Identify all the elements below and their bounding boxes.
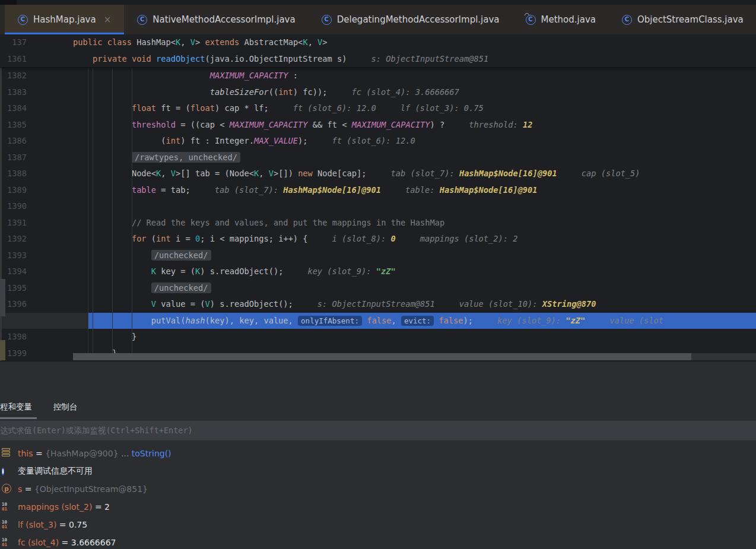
horizontal-scrollbar-thumb[interactable]: [73, 353, 691, 360]
variable-row[interactable]: ps = {ObjectInputStream@851}: [0, 480, 756, 498]
code-token: ((: [269, 87, 278, 97]
variable-value: {HashMap@900}: [45, 449, 118, 458]
code-token: ,: [308, 37, 317, 47]
code-line-1385: 1385 threshold = ((cap < MAXIMUM_CAPACIT…: [0, 117, 756, 134]
left-scroll-indicator[interactable]: [0, 279, 5, 316]
line-number[interactable]: 1394: [0, 264, 27, 280]
tostring-link[interactable]: toString(): [132, 449, 171, 458]
line-number[interactable]: 1384: [0, 100, 27, 117]
code-token: (: [147, 234, 156, 243]
code-token: ) fc));: [293, 87, 328, 97]
variable-row[interactable]: i变量调试信息不可用: [0, 462, 756, 480]
variable-value: = 3.6666667: [59, 538, 116, 547]
variable-value: =: [33, 449, 46, 458]
code-line-1392: 1392 for (int i = 0; i < mappings; i++) …: [0, 231, 756, 247]
folded-region[interactable]: /rawtypes, unchecked/: [132, 152, 240, 163]
code-token: MAXIMUM_CAPACITY: [230, 120, 308, 129]
code-token: private void: [93, 54, 156, 64]
code-text: K key = (K) s.readObject();key (slot_9):…: [73, 264, 396, 280]
gutter-border: [88, 68, 88, 353]
window-corner: [0, 0, 17, 5]
code-token: );: [463, 316, 472, 325]
variable-name: mappings (slot_2): [18, 502, 92, 512]
variable-name: fc (slot_4): [18, 538, 59, 547]
code-token: 0: [390, 234, 395, 243]
code-text: /unchecked/: [73, 247, 211, 264]
tab-objectstreamclass-java[interactable]: CObjectStreamClass.java: [609, 5, 756, 34]
tab-delegatingmethodaccessorimpl-java[interactable]: CDelegatingMethodAccessorImpl.java: [309, 5, 513, 34]
code-token: );: [298, 136, 307, 145]
line-number[interactable]: 1390: [0, 198, 27, 215]
code-text: }: [73, 329, 136, 345]
line-number[interactable]: 1386: [0, 133, 27, 150]
debug-tab-1[interactable]: 控制台: [53, 402, 78, 414]
variable-row[interactable]: 1001fc (slot_4) = 3.6666667: [0, 534, 756, 549]
code-token: threshold: [132, 120, 176, 129]
code-token: HashMap$Node[16]@901: [440, 185, 538, 195]
expression-placeholder: 达式求值(Enter)或添加监视(Ctrl+Shift+Enter): [0, 426, 193, 436]
code-text: (int) ft : Integer.MAX_VALUE);ft (slot_6…: [73, 133, 415, 150]
code-token: table: [132, 185, 156, 195]
variable-row[interactable]: 1001lf (slot_3) = 0.75: [0, 516, 756, 534]
tab-nativemethodaccessorimpl-java[interactable]: CNativeMethodAccessorImpl.java: [124, 5, 308, 34]
code-token: key (slot_9):: [497, 316, 566, 325]
code-text: table = tab;tab (slot_7): HashMap$Node[1…: [73, 182, 537, 199]
line-number[interactable]: 1385: [0, 117, 27, 134]
line-number[interactable]: 1391: [0, 215, 27, 231]
line-number[interactable]: 137: [0, 34, 27, 51]
tab-label: ObjectStreamClass.java: [637, 14, 744, 25]
code-line-1395: 1395 /unchecked/: [0, 280, 756, 297]
code-token: tab (slot_7):: [391, 169, 459, 178]
variable-row[interactable]: this = {HashMap@900} ... toString(): [0, 445, 756, 462]
line-number[interactable]: 1382: [0, 68, 27, 84]
variable-row[interactable]: 1001mappings (slot_2) = 2: [0, 498, 756, 516]
expression-evaluate-input[interactable]: 达式求值(Enter)或添加监视(Ctrl+Shift+Enter): [0, 421, 756, 440]
code-token: for: [132, 234, 147, 243]
variable-name: s: [18, 484, 22, 494]
variable-value: =: [22, 484, 34, 494]
info-icon: i: [2, 466, 14, 477]
variables-list: this = {HashMap@900} ... toString()i变量调试…: [0, 445, 756, 549]
parameter-name-hint: evict:: [401, 316, 434, 326]
tab-method-java[interactable]: CMethod.java: [513, 5, 609, 34]
folded-region[interactable]: /unchecked/: [151, 250, 211, 261]
code-token: = ((cap <: [176, 120, 230, 129]
code-token: ft = (: [156, 103, 190, 113]
line-number[interactable]: 1388: [0, 166, 27, 182]
debugger-inline-hint: lf (slot_3): 0.75: [401, 103, 484, 113]
code-token: i (slot_8):: [332, 234, 391, 243]
line-number[interactable]: 1387: [0, 150, 27, 166]
debugger-inline-hint: tab (slot_7): HashMap$Node[16]@901: [215, 185, 381, 195]
code-token: i =: [171, 234, 195, 243]
debug-panel: 程和变量控制台 达式求值(Enter)或添加监视(Ctrl+Shift+Ente…: [0, 361, 756, 549]
folded-region[interactable]: /unchecked/: [151, 283, 211, 293]
code-token: int: [156, 234, 171, 243]
code-token: ; i < mappings; i++) {: [200, 234, 307, 243]
line-number[interactable]: 1393: [0, 247, 27, 264]
code-token: mappings (slot_2): 2: [420, 234, 518, 243]
code-token: ,: [161, 169, 170, 178]
variable-value: = 0.75: [56, 520, 87, 529]
code-token: >[] tab = (Node<: [176, 169, 254, 178]
code-line-1389: 1389 table = tab;tab (slot_7): HashMap$N…: [0, 182, 756, 199]
code-token: V: [205, 299, 210, 309]
tab-hashmap-java[interactable]: CHashMap.java×: [5, 5, 124, 34]
code-text: private void readObject(java.io.ObjectIn…: [73, 51, 488, 68]
line-number[interactable]: 1389: [0, 182, 27, 199]
code-editor[interactable]: 137public class HashMap<K, V> extends Ab…: [0, 34, 756, 361]
code-token: XString@870: [542, 299, 596, 309]
line-number[interactable]: 1392: [0, 231, 27, 247]
debug-tab-0[interactable]: 程和变量: [0, 402, 32, 414]
code-line-1393: 1393 /unchecked/: [0, 247, 756, 264]
line-number[interactable]: 1383: [0, 84, 27, 101]
code-token: >: [322, 37, 327, 47]
code-token: // Read the keys and values, and put the…: [132, 218, 444, 227]
debugger-inline-hint: key (slot_9): "zZ": [307, 266, 395, 276]
line-number[interactable]: 1361: [0, 51, 27, 68]
code-token: fc (slot_4): 3.6666667: [352, 87, 459, 97]
code-token: ft (slot_6): 12.0: [332, 136, 415, 145]
code-token: table:: [405, 185, 440, 195]
close-tab-icon[interactable]: ×: [104, 14, 112, 25]
debugger-inline-hint: i (slot_8): 0: [332, 234, 396, 243]
code-token: hash: [186, 316, 205, 325]
